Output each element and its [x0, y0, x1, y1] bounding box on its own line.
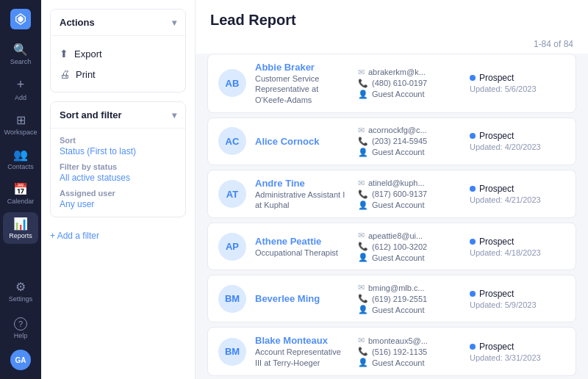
status-updated: Updated: 4/18/2023: [470, 248, 541, 257]
status-updated: Updated: 4/20/2023: [470, 142, 541, 151]
actions-body: ⬆ Export 🖨 Print: [51, 35, 185, 92]
lead-subtitle: Occupational Therapist: [255, 248, 349, 258]
export-button[interactable]: ⬆ Export: [60, 43, 176, 64]
lead-email: ✉acornockfg@c...: [358, 126, 461, 135]
phone-icon: 📞: [358, 190, 368, 199]
lead-status: Prospect Updated: 5/9/2023: [470, 289, 565, 309]
user-avatar[interactable]: GA: [10, 350, 31, 370]
lead-contact: ✉acornockfg@c...📞(203) 214-5945👤Guest Ac…: [358, 126, 461, 157]
lead-contact: ✉atineld@kuph...📞(817) 600-9137👤Guest Ac…: [358, 178, 461, 210]
add-filter-button[interactable]: + Add a filter: [50, 226, 186, 245]
status-badge: Prospect: [470, 342, 514, 352]
status-updated: Updated: 4/21/2023: [470, 195, 541, 204]
status-badge: Prospect: [470, 73, 514, 83]
sidebar-panel: Actions ▾ ⬆ Export 🖨 Print Sort and filt…: [41, 0, 196, 379]
actions-header[interactable]: Actions ▾: [51, 10, 185, 35]
lead-info: Beverlee Ming: [255, 293, 349, 304]
lead-info: Alice Cornock: [255, 136, 349, 147]
status-badge: Prospect: [470, 184, 514, 194]
sidebar-item-reports[interactable]: 📊 Reports: [3, 212, 38, 244]
lead-account: 👤Guest Account: [358, 305, 461, 314]
lead-contact: ✉apeattie8@ui...📞(612) 100-3202👤Guest Ac…: [358, 231, 461, 262]
sidebar-item-settings[interactable]: ⚙ Settings: [3, 275, 38, 307]
sidebar-item-calendar[interactable]: 📅 Calendar: [3, 178, 38, 209]
email-icon: ✉: [358, 231, 365, 240]
sidebar-item-help[interactable]: ? Help: [3, 313, 38, 344]
email-icon: ✉: [358, 283, 365, 292]
lead-avatar: AP: [218, 233, 246, 261]
filter-status-section: Filter by status All active statuses: [60, 162, 176, 183]
sort-filter-header[interactable]: Sort and filter ▾: [51, 102, 185, 128]
print-button[interactable]: 🖨 Print: [60, 64, 176, 84]
status-updated: Updated: 5/6/2023: [470, 84, 537, 93]
lead-info: Andre Tine Administrative Assistant I at…: [255, 178, 349, 211]
app-logo[interactable]: [10, 9, 31, 29]
lead-name[interactable]: Abbie Braker: [255, 62, 349, 73]
chevron-down-icon: ▾: [172, 18, 176, 28]
sidebar-item-contacts[interactable]: 👥 Contacts: [3, 143, 38, 175]
lead-card: BM Beverlee Ming ✉bming@mlb.c...📞(619) 2…: [207, 275, 576, 322]
chevron-down-icon-2: ▾: [172, 110, 176, 120]
lead-phone: 📞(619) 219-2551: [358, 294, 461, 303]
lead-status: Prospect Updated: 4/18/2023: [470, 237, 565, 257]
sidebar-item-add[interactable]: + Add: [3, 73, 38, 106]
lead-card: AB Abbie Braker Customer Service Represe…: [207, 54, 576, 113]
account-icon: 👤: [358, 305, 368, 314]
lead-name[interactable]: Blake Monteaux: [255, 335, 349, 346]
lead-contact: ✉abrakerkm@k...📞(480) 610-0197👤Guest Acc…: [358, 68, 461, 99]
add-icon: +: [17, 77, 25, 93]
lead-status: Prospect Updated: 5/6/2023: [470, 73, 565, 93]
email-icon: ✉: [358, 126, 365, 135]
lead-name[interactable]: Alice Cornock: [255, 136, 349, 147]
status-dot: [470, 344, 476, 350]
lead-avatar: BM: [218, 285, 246, 313]
actions-section: Actions ▾ ⬆ Export 🖨 Print: [50, 9, 186, 93]
workspace-icon: ⊞: [16, 113, 26, 127]
lead-phone: 📞(516) 192-1135: [358, 347, 461, 356]
phone-icon: 📞: [358, 137, 368, 146]
sort-filter-body: Sort Status (First to last) Filter by st…: [51, 128, 185, 217]
lead-contact: ✉bmonteaux5@...📞(516) 192-1135👤Guest Acc…: [358, 336, 461, 367]
leads-list: AB Abbie Braker Customer Service Represe…: [196, 54, 588, 379]
phone-icon: 📞: [358, 242, 368, 251]
email-icon: ✉: [358, 336, 365, 345]
page-title: Lead Report: [210, 12, 573, 29]
lead-email: ✉atineld@kuph...: [358, 178, 461, 188]
calendar-icon: 📅: [13, 182, 28, 196]
account-icon: 👤: [358, 358, 368, 367]
lead-info: Abbie Braker Customer Service Representa…: [255, 62, 349, 105]
status-badge: Prospect: [470, 289, 514, 299]
sidebar-item-search[interactable]: 🔍 Search: [3, 38, 38, 70]
lead-name[interactable]: Athene Peattie: [255, 236, 349, 247]
sort-filter-section: Sort and filter ▾ Sort Status (First to …: [50, 101, 186, 217]
assigned-user-value[interactable]: Any user: [60, 199, 176, 209]
lead-account: 👤Guest Account: [358, 253, 461, 262]
phone-icon: 📞: [358, 347, 368, 356]
assigned-user-section: Assigned user Any user: [60, 189, 176, 209]
lead-card: BM Blake Monteaux Account Representative…: [207, 327, 576, 376]
main-content: Lead Report 1-84 of 84 AB Abbie Braker C…: [196, 0, 588, 379]
sort-value[interactable]: Status (First to last): [60, 146, 176, 156]
lead-card: AP Athene Peattie Occupational Therapist…: [207, 223, 576, 270]
lead-card: AT Andre Tine Administrative Assistant I…: [207, 170, 576, 219]
account-icon: 👤: [358, 201, 368, 210]
lead-name[interactable]: Andre Tine: [255, 178, 349, 189]
help-icon: ?: [14, 317, 27, 331]
reports-icon: 📊: [13, 217, 28, 231]
lead-phone: 📞(817) 600-9137: [358, 190, 461, 199]
left-navigation: 🔍 Search + Add ⊞ Workspace 👥 Contacts 📅 …: [0, 0, 41, 379]
lead-account: 👤Guest Account: [358, 148, 461, 157]
filter-status-value[interactable]: All active statuses: [60, 173, 176, 183]
lead-avatar: AB: [218, 69, 246, 97]
status-dot: [470, 291, 476, 297]
results-count: 1-84 of 84: [196, 35, 588, 54]
lead-avatar: BM: [218, 338, 246, 366]
email-icon: ✉: [358, 178, 365, 188]
sidebar-item-workspace[interactable]: ⊞ Workspace: [3, 109, 38, 140]
lead-name[interactable]: Beverlee Ming: [255, 293, 349, 304]
status-updated: Updated: 5/9/2023: [470, 300, 537, 309]
search-icon: 🔍: [13, 43, 28, 57]
lead-subtitle: Administrative Assistant I at Kuphal: [255, 190, 349, 211]
status-dot: [470, 186, 476, 192]
status-dot: [470, 133, 476, 139]
